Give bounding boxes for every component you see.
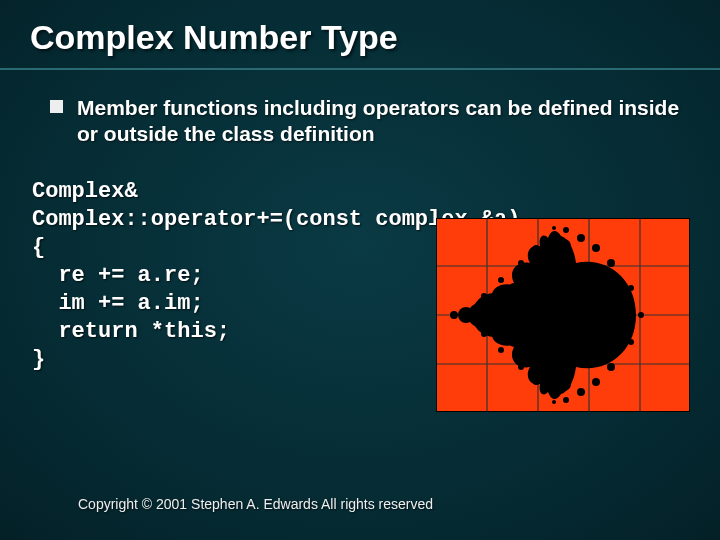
svg-point-8 (472, 293, 516, 337)
svg-point-16 (526, 352, 536, 362)
title-rule (0, 68, 720, 70)
svg-point-28 (552, 400, 556, 404)
svg-point-25 (563, 227, 569, 233)
svg-point-17 (509, 283, 519, 293)
square-bullet-icon (50, 100, 63, 113)
svg-point-34 (498, 347, 504, 353)
svg-point-37 (628, 285, 634, 291)
svg-point-13 (541, 253, 551, 263)
svg-point-27 (552, 226, 556, 230)
mandelbrot-image (436, 218, 690, 412)
svg-point-36 (481, 331, 487, 337)
svg-point-21 (592, 244, 600, 252)
svg-point-14 (541, 367, 551, 377)
svg-point-19 (577, 234, 585, 242)
svg-point-30 (533, 379, 539, 385)
svg-point-11 (557, 239, 571, 253)
svg-point-18 (509, 337, 519, 347)
svg-point-35 (481, 293, 487, 299)
svg-point-33 (498, 277, 504, 283)
svg-point-12 (557, 377, 571, 391)
svg-point-23 (607, 259, 615, 267)
copyright-text: Copyright © 2001 Stephen A. Edwards All … (78, 496, 433, 512)
bullet-item: Member functions including operators can… (0, 57, 720, 148)
svg-point-32 (518, 364, 524, 370)
page-title: Complex Number Type (0, 0, 720, 57)
svg-point-31 (518, 260, 524, 266)
svg-point-15 (526, 268, 536, 278)
svg-point-10 (450, 311, 458, 319)
bullet-text: Member functions including operators can… (77, 95, 690, 148)
svg-point-9 (458, 307, 474, 323)
svg-point-39 (638, 312, 644, 318)
svg-point-38 (628, 339, 634, 345)
svg-point-24 (607, 363, 615, 371)
svg-point-26 (563, 397, 569, 403)
svg-point-22 (592, 378, 600, 386)
svg-point-29 (533, 245, 539, 251)
svg-point-20 (577, 388, 585, 396)
